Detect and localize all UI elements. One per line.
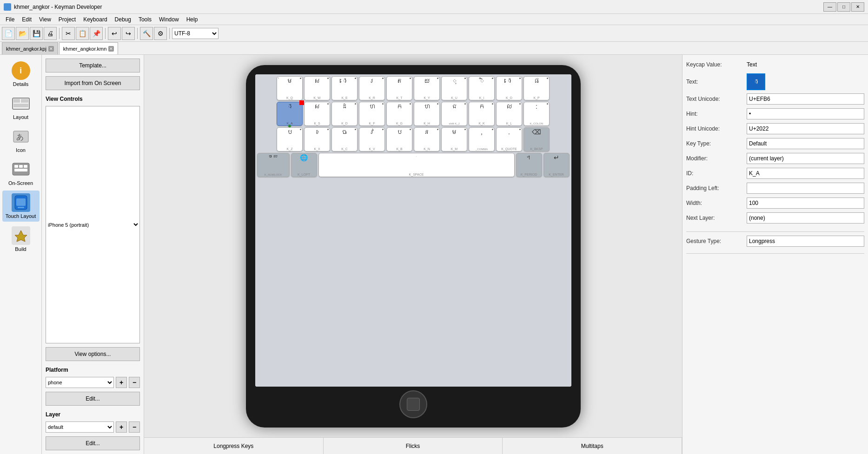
paste-button[interactable]: 📌 <box>90 27 103 40</box>
platform-edit-button[interactable]: Edit... <box>46 392 140 406</box>
minimize-button[interactable]: — <box>823 2 836 12</box>
layer-remove-button[interactable]: − <box>129 421 140 433</box>
import-button[interactable]: Import from On Screen <box>46 76 140 90</box>
text-unicode-input[interactable] <box>747 93 864 105</box>
key-K_I[interactable]: ិ K_I <box>469 76 495 100</box>
key-K_QUOTE[interactable]: . K_QUOTE <box>496 127 522 151</box>
menu-tools[interactable]: Tools <box>135 15 155 24</box>
text-input-field[interactable]: ា <box>747 73 765 90</box>
layer-add-button[interactable]: + <box>116 421 127 433</box>
save-button[interactable]: 💾 <box>30 27 43 40</box>
key-K_H[interactable]: ហ K_H <box>414 102 440 126</box>
next-layer-input[interactable] <box>747 212 864 224</box>
platform-remove-button[interactable]: − <box>129 377 140 388</box>
sidebar-item-build[interactable]: Build <box>2 224 40 255</box>
sidebar-item-touch-layout[interactable]: Touch Layout <box>2 191 40 222</box>
key-K_E[interactable]: ោ K_E <box>331 76 358 100</box>
gesture-type-input[interactable] <box>747 236 864 247</box>
menu-keyboard[interactable]: Keyboard <box>80 15 111 24</box>
id-input[interactable] <box>747 168 864 179</box>
close-button[interactable]: ✕ <box>851 2 864 12</box>
build-button[interactable]: 🔨 <box>140 27 153 40</box>
new-button[interactable]: 📄 <box>2 27 15 40</box>
platform-select[interactable]: phone <box>46 377 114 388</box>
key-K_K[interactable]: ក K_K <box>469 102 495 126</box>
key-K_Q[interactable]: ម K_Q <box>277 76 303 100</box>
key-K_BKSP[interactable]: ⌫ K_BKSP <box>523 127 550 151</box>
key-char: ប <box>397 129 403 135</box>
menu-file[interactable]: File <box>2 15 18 24</box>
tab-kpj-close[interactable]: ✕ <box>48 46 54 52</box>
key-K_Z[interactable]: ប K_Z <box>277 127 303 151</box>
sidebar-item-icon[interactable]: あ Icon <box>2 125 40 156</box>
menu-window[interactable]: Window <box>155 15 183 24</box>
key-K_SPACE[interactable]: · K_SPACE <box>318 153 515 177</box>
settings-button[interactable]: ⚙ <box>154 27 167 40</box>
hint-input[interactable] <box>747 108 864 119</box>
key-K_LOPT[interactable]: 🌐 K_LOPT <box>291 153 317 177</box>
tab-kpj[interactable]: khmer_angkor.kpj ✕ <box>2 42 58 54</box>
layer-select[interactable]: default <box>46 421 114 433</box>
width-input[interactable] <box>747 197 864 209</box>
key-K_S[interactable]: ស K_S <box>304 102 330 126</box>
key-K_G[interactable]: ក K_G <box>386 102 412 126</box>
key-K_V[interactable]: វ K_V <box>359 127 385 151</box>
key-K_R[interactable]: រ K_R <box>359 76 385 100</box>
titlebar: khmer_angkor - Keyman Developer — □ ✕ <box>0 0 868 14</box>
key-K_N[interactable]: ន K_N <box>414 127 440 151</box>
key-K_X[interactable]: ខ K_X <box>304 127 330 151</box>
key-K_U[interactable]: ុ K_U <box>441 76 467 100</box>
menu-edit[interactable]: Edit <box>18 15 35 24</box>
key-K_COLON[interactable]: : K_COLON <box>523 102 550 126</box>
view-options-button[interactable]: View options... <box>46 347 140 361</box>
tab-multitaps[interactable]: Multitaps <box>503 438 682 454</box>
key-K_A[interactable]: ា K_A ◆ <box>277 102 303 126</box>
menu-debug[interactable]: Debug <box>111 15 135 24</box>
layer-edit-button[interactable]: Edit... <box>46 436 140 450</box>
key-K_L[interactable]: ល K_L <box>496 102 522 126</box>
menu-project[interactable]: Project <box>55 15 80 24</box>
maximize-button[interactable]: □ <box>837 2 850 12</box>
padding-left-input[interactable] <box>747 183 864 194</box>
hint-unicode-input[interactable] <box>747 123 864 134</box>
key-K_PERIOD[interactable]: ។ K_PERIOD <box>516 153 542 177</box>
open-button[interactable]: 📂 <box>16 27 29 40</box>
key-K_T[interactable]: ត K_T <box>386 76 412 100</box>
key-K_W[interactable]: ស K_W <box>304 76 330 100</box>
view-device-select[interactable]: iPhone 5 (portrait) <box>46 106 140 343</box>
key-K_D[interactable]: ដ K_D <box>331 102 358 126</box>
key-K_ENTER[interactable]: ↵ K_ENTER <box>543 153 570 177</box>
menu-help[interactable]: Help <box>183 15 202 24</box>
key-type-input[interactable] <box>747 138 864 149</box>
tab-kmn[interactable]: khmer_angkor.kmn ✕ <box>59 42 119 54</box>
sidebar-item-details[interactable]: i Details <box>2 59 40 90</box>
hint-row: Hint: <box>686 108 864 120</box>
cut-button[interactable]: ✂ <box>62 27 75 40</box>
tab-flicks[interactable]: Flicks <box>324 438 503 454</box>
key-K_P[interactable]: ផ K_P <box>523 76 550 100</box>
key-K_M[interactable]: ម K_M <box>441 127 467 151</box>
key-K_O[interactable]: ោ K_O <box>496 76 522 100</box>
key-char: : <box>536 103 537 110</box>
key-K_C[interactable]: ច K_C <box>331 127 358 151</box>
key-K_Y[interactable]: យ K_Y <box>414 76 440 100</box>
tab-longpress-keys[interactable]: Longpress Keys <box>144 438 324 454</box>
key-K_NUMLOCK[interactable]: ០លេ K_NUMLOCK <box>257 153 290 177</box>
key-shift-K_J[interactable]: ជ shift K_J <box>441 102 467 126</box>
copy-button[interactable]: 📋 <box>76 27 89 40</box>
print-button[interactable]: 🖨 <box>44 27 57 40</box>
key-COMMA[interactable]: , _COMMA <box>469 127 495 151</box>
tab-kmn-close[interactable]: ✕ <box>108 46 114 52</box>
template-button[interactable]: Template... <box>46 59 140 72</box>
undo-button[interactable]: ↩ <box>108 27 121 40</box>
sidebar-item-on-screen[interactable]: On-Screen <box>2 158 40 189</box>
sidebar-item-layout[interactable]: Layout <box>2 92 40 123</box>
menu-view[interactable]: View <box>35 15 55 24</box>
platform-add-button[interactable]: + <box>116 377 127 388</box>
key-K_F[interactable]: ហ K_F <box>359 102 385 126</box>
encoding-select[interactable]: UTF-8 <box>172 28 219 39</box>
key-K_B[interactable]: ប K_B <box>386 127 412 151</box>
phone-home-button[interactable] <box>399 390 427 418</box>
modifier-input[interactable] <box>747 153 864 164</box>
redo-button[interactable]: ↪ <box>122 27 135 40</box>
